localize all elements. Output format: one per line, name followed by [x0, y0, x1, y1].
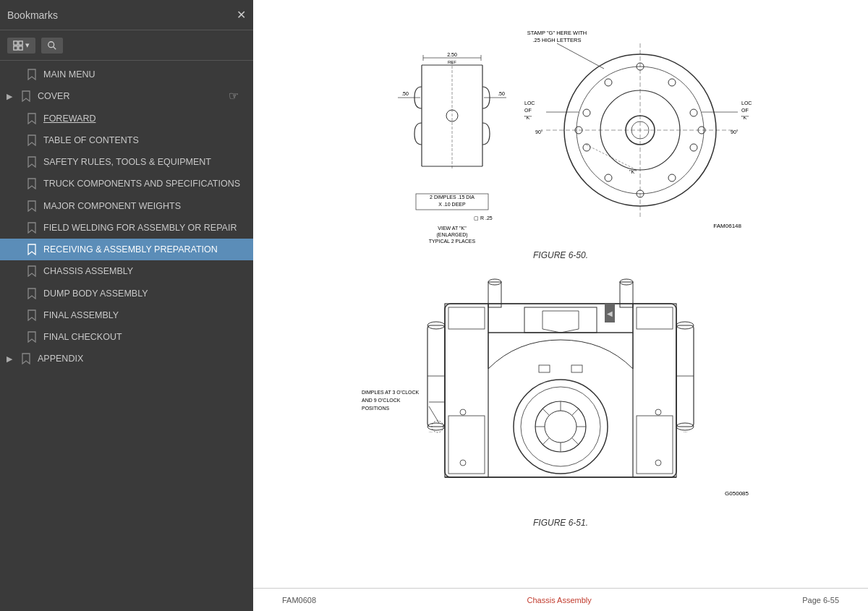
svg-marker-96: [542, 311, 579, 333]
sidebar-item-final-assembly[interactable]: FINAL ASSEMBLY: [0, 304, 253, 326]
bookmark-label-cover: COVER: [38, 90, 246, 102]
svg-text:VIEW AT "K": VIEW AT "K": [438, 226, 467, 231]
svg-rect-3: [19, 46, 22, 49]
svg-text:OF: OF: [741, 108, 749, 113]
svg-text:...: ...: [684, 429, 687, 433]
svg-text:(ENLARGED): (ENLARGED): [436, 232, 467, 238]
svg-rect-97: [539, 365, 550, 372]
svg-line-79: [542, 409, 550, 416]
svg-point-4: [48, 41, 54, 47]
figure-6-50-label: FIGURE 6-50.: [533, 250, 588, 260]
sidebar-item-chassis[interactable]: CHASSIS ASSEMBLY: [0, 260, 253, 282]
sidebar-item-cover[interactable]: ▶ COVER☞: [0, 85, 253, 107]
figure-6-50-container: STAMP "G" HERE WITH .25 HIGH LETTERS 2.5…: [297, 14, 825, 260]
page-footer: FAM0608 Chassis Assembly Page 6-55: [253, 588, 868, 611]
svg-point-45: [605, 79, 612, 86]
bookmark-label-major-weights: MAJOR COMPONENT WEIGHTS: [43, 200, 246, 212]
expand-icon: [13, 40, 23, 51]
bookmark-label-truck-components: TRUCK COMPONENTS AND SPECIFICATIONS: [43, 178, 246, 189]
sidebar-item-toc[interactable]: TABLE OF CONTENTS: [0, 129, 253, 151]
svg-text:90°: 90°: [535, 129, 543, 134]
sidebar-close-button[interactable]: ✕: [237, 8, 246, 22]
svg-text:G050085: G050085: [725, 490, 749, 497]
svg-point-101: [655, 409, 661, 415]
svg-text:.50: .50: [401, 91, 409, 96]
figure-6-51-drawing: DIMPLES AT 3 O'CLOCK AND 9 O'CLOCK POSIT…: [358, 268, 763, 513]
sidebar-item-final-checkout[interactable]: FINAL CHECKOUT: [0, 326, 253, 348]
svg-rect-64: [445, 304, 488, 477]
search-icon: [47, 40, 57, 51]
bookmark-list: MAIN MENU▶ COVER☞ FOREWARD TABLE OF CONT…: [0, 61, 253, 611]
sidebar-item-foreward[interactable]: FOREWARD: [0, 108, 253, 129]
bookmark-label-dump-body: DUMP BODY ASSEMBLY: [43, 288, 246, 299]
bookmark-icon-chassis: [26, 265, 38, 277]
sidebar-item-truck-components[interactable]: TRUCK COMPONENTS AND SPECIFICATIONS: [0, 173, 253, 195]
page-view: STAMP "G" HERE WITH .25 HIGH LETTERS 2.5…: [253, 0, 868, 611]
bookmark-icon-foreward: [26, 113, 38, 124]
search-bookmark-button[interactable]: [41, 38, 63, 54]
svg-text:2 DIMPLES .15 DIA: 2 DIMPLES .15 DIA: [430, 195, 475, 200]
sidebar-collapse-handle[interactable]: ◀: [605, 304, 615, 322]
sidebar-item-dump-body[interactable]: DUMP BODY ASSEMBLY: [0, 283, 253, 304]
sidebar-item-receiving[interactable]: RECEIVING & ASSEMBLY PREPARATION: [0, 239, 253, 260]
svg-text:LOC: LOC: [741, 101, 752, 106]
svg-text:.25 HIGH LETTERS: .25 HIGH LETTERS: [532, 37, 581, 43]
footer-right: Page 6-55: [802, 596, 839, 604]
page-content: STAMP "G" HERE WITH .25 HIGH LETTERS 2.5…: [253, 0, 868, 588]
expand-arrow-cover[interactable]: ▶: [4, 91, 14, 101]
svg-point-102: [655, 460, 661, 466]
bookmark-label-receiving: RECEIVING & ASSEMBLY PREPARATION: [43, 244, 246, 255]
svg-rect-1: [19, 40, 22, 44]
svg-rect-2: [14, 46, 17, 49]
svg-rect-66: [448, 416, 485, 474]
svg-text:LOC: LOC: [524, 101, 535, 106]
bookmark-label-chassis: CHASSIS ASSEMBLY: [43, 265, 246, 277]
bookmark-label-appendix: APPENDIX: [38, 353, 246, 364]
bookmark-label-final-checkout: FINAL CHECKOUT: [43, 331, 246, 343]
svg-text:TYPICAL 2 PLACES: TYPICAL 2 PLACES: [429, 239, 476, 244]
svg-text:AND 9 O'CLOCK: AND 9 O'CLOCK: [362, 398, 401, 403]
sidebar-title: Bookmarks: [7, 9, 58, 21]
svg-rect-67: [633, 304, 676, 477]
figure-6-51-label: FIGURE 6-51.: [533, 518, 588, 528]
bookmark-icon-safety: [26, 156, 38, 168]
svg-text:"K": "K": [524, 115, 532, 120]
svg-text:POSITIONS: POSITIONS: [362, 406, 389, 411]
sidebar-toolbar: ▾: [0, 30, 253, 61]
bookmark-label-toc: TABLE OF CONTENTS: [43, 134, 246, 146]
sidebar-item-appendix[interactable]: ▶ APPENDIX: [0, 348, 253, 369]
svg-text:"K": "K": [741, 115, 749, 120]
sidebar-item-main-menu[interactable]: MAIN MENU: [0, 64, 253, 85]
footer-left: FAM0608: [282, 596, 316, 604]
svg-point-71: [514, 380, 608, 474]
svg-text:OF: OF: [524, 108, 532, 113]
expand-all-button[interactable]: ▾: [7, 38, 35, 54]
sidebar-item-safety[interactable]: SAFETY RULES, TOOLS & EQUIPMENT: [0, 151, 253, 173]
svg-line-8: [557, 43, 604, 69]
svg-rect-98: [571, 365, 582, 372]
sidebar-item-major-weights[interactable]: MAJOR COMPONENT WEIGHTS: [0, 195, 253, 217]
footer-center: Chassis Assembly: [527, 596, 592, 604]
svg-point-40: [668, 174, 676, 181]
svg-point-44: [583, 109, 590, 116]
figure-6-51-container: DIMPLES AT 3 O'CLOCK AND 9 O'CLOCK POSIT…: [297, 268, 825, 528]
sidebar-item-field-welding[interactable]: FIELD WELDING FOR ASSEMBLY OR REPAIR: [0, 217, 253, 239]
bookmark-icon-major-weights: [26, 200, 38, 212]
bookmark-icon-truck-components: [26, 178, 38, 189]
bookmark-icon-appendix: [20, 353, 32, 364]
svg-line-5: [54, 46, 56, 49]
svg-text:▢ R .25: ▢ R .25: [474, 215, 493, 221]
svg-point-37: [668, 79, 676, 86]
svg-point-72: [521, 387, 600, 466]
svg-text:"K": "K": [629, 169, 637, 174]
svg-point-42: [605, 174, 612, 181]
bookmark-icon-toc: [26, 134, 38, 146]
svg-rect-65: [448, 307, 485, 329]
content-area: STAMP "G" HERE WITH .25 HIGH LETTERS 2.5…: [253, 0, 868, 611]
svg-text:FAM06148: FAM06148: [713, 223, 741, 229]
bookmark-icon-receiving: [26, 244, 38, 255]
expand-arrow-appendix[interactable]: ▶: [4, 354, 14, 364]
bookmark-icon-field-welding: [26, 222, 38, 234]
sidebar-header: Bookmarks ✕: [0, 0, 253, 30]
figure-6-50-drawing: STAMP "G" HERE WITH .25 HIGH LETTERS 2.5…: [351, 22, 770, 246]
